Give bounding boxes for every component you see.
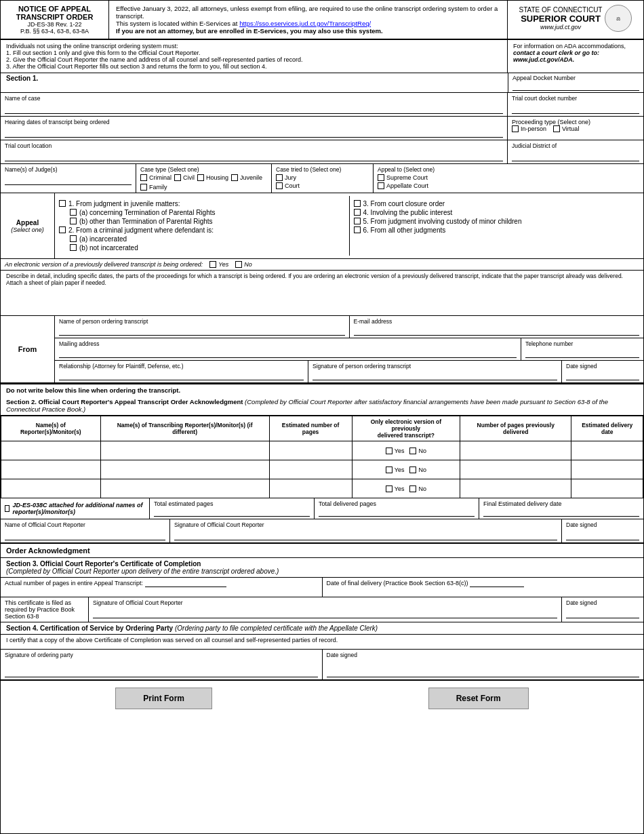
cert-date-input[interactable] [566,608,639,618]
court-tried-checkbox[interactable] [276,182,283,189]
electronic-yes-option[interactable]: Yes [209,261,228,268]
row3-yes-cb[interactable] [386,485,393,492]
inperson-label: In-person [521,125,546,132]
total-estimated-input[interactable] [154,507,310,517]
row1-no-opt[interactable]: No [409,448,426,454]
jury-checkbox[interactable] [276,174,283,181]
trial-location-input[interactable] [5,151,503,161]
appeal-opt2a-checkbox[interactable] [70,235,77,242]
electronic-yes-checkbox[interactable] [209,261,216,268]
row3-no-opt[interactable]: No [409,485,426,492]
row2-reporter[interactable] [1,460,101,479]
appeal-opt5-checkbox[interactable] [354,218,361,224]
appeal-opt3-checkbox[interactable] [354,200,361,207]
row1-yes-cb[interactable] [386,448,393,454]
row3-yes-opt[interactable]: Yes [386,485,405,492]
final-date-input[interactable] [483,507,639,517]
virtual-checkbox[interactable] [553,125,560,132]
from-address-input[interactable] [59,349,517,358]
additional-names-checkbox[interactable] [5,505,9,512]
from-date-input[interactable] [566,371,639,380]
virtual-option[interactable]: Virtual [553,125,579,132]
jury-option[interactable]: Jury [276,174,369,181]
from-signature-input[interactable] [313,371,557,380]
reporter-sig-input[interactable] [174,530,557,540]
reset-button[interactable]: Reset Form [428,688,529,709]
row2-transcribing[interactable] [100,460,269,479]
row3-reporter[interactable] [1,479,101,498]
appeal-opt2-row: 2. From a criminal judgment where defend… [59,226,345,234]
from-name-input[interactable] [59,326,345,336]
row1-pages[interactable] [269,441,352,460]
family-checkbox[interactable] [140,184,147,191]
supreme-checkbox[interactable] [378,174,384,181]
row1-yes-opt[interactable]: Yes [386,448,405,454]
appeal-opt1a-checkbox[interactable] [70,209,77,216]
appeal-opt1-checkbox[interactable] [59,200,66,207]
juvenile-option[interactable]: Juvenile [231,174,262,181]
row3-no-cb[interactable] [409,485,416,492]
form-title: NOTICE OF APPEAL TRANSCRIPT ORDER [6,5,103,21]
row2-delivery[interactable] [571,460,643,479]
court-tried-option[interactable]: Court [276,182,369,189]
from-phone-input[interactable] [525,349,639,358]
criminal-checkbox[interactable] [140,174,147,181]
reporter-name-input[interactable] [5,530,165,540]
judge-names-input[interactable] [5,174,132,185]
row3-prev-pages[interactable] [460,479,571,498]
reporter-date-input[interactable] [566,530,639,540]
housing-checkbox[interactable] [197,174,204,181]
row1-reporter[interactable] [1,441,101,460]
from-relationship-input[interactable] [59,371,304,380]
court-label: SUPERIOR COURT [519,14,603,24]
hearing-dates-input[interactable] [5,127,503,138]
appellate-option[interactable]: Appellate Court [378,182,639,189]
cert-sig-input[interactable] [93,608,557,618]
name-of-case-input[interactable] [5,103,503,114]
transcript-link[interactable]: https://sso.eservices.jud.ct.gov/Transcr… [239,20,371,27]
row2-prev-pages[interactable] [460,460,571,479]
judicial-district-input[interactable] [512,151,639,161]
row2-yes-cb[interactable] [386,466,393,473]
row2-no-cb[interactable] [409,466,416,473]
appeal-opt6-checkbox[interactable] [354,226,361,233]
delivery-date-input[interactable] [470,580,524,587]
sig-input[interactable] [5,660,318,677]
row2-yes-opt[interactable]: Yes [386,466,405,473]
trial-docket-input[interactable] [512,103,639,114]
appeal-opt1b-checkbox[interactable] [70,218,77,224]
row2-no-opt[interactable]: No [409,466,426,473]
from-relationship-label: Relationship (Attorney for Plaintiff, De… [59,363,304,370]
inperson-checkbox[interactable] [512,125,519,132]
row2-pages[interactable] [269,460,352,479]
appellate-checkbox[interactable] [378,182,384,189]
row1-no-cb[interactable] [409,448,416,454]
electronic-no-option[interactable]: No [235,261,252,268]
row3-transcribing[interactable] [100,479,269,498]
total-delivered-input[interactable] [319,507,475,517]
family-option[interactable]: Family [140,184,167,191]
row3-pages[interactable] [269,479,352,498]
appeal-opt2-checkbox[interactable] [59,226,66,233]
row1-prev-pages[interactable] [460,441,571,460]
row1-delivery[interactable] [571,441,643,460]
date-input[interactable] [327,660,640,677]
appeal-opt4-checkbox[interactable] [354,209,361,216]
from-email-input[interactable] [354,326,640,336]
describe-input[interactable] [6,286,638,313]
housing-option[interactable]: Housing [197,174,228,181]
row1-transcribing[interactable] [100,441,269,460]
print-button[interactable]: Print Form [115,688,212,709]
civil-checkbox[interactable] [174,174,181,181]
pages-input[interactable] [145,580,226,587]
juvenile-checkbox[interactable] [231,174,238,181]
electronic-no-checkbox[interactable] [235,261,242,268]
appeal-opt2b-checkbox[interactable] [70,244,77,251]
appeal-to-label: Appeal to (Select one) [378,166,639,173]
judicial-district-label: Judicial District of [512,142,639,149]
criminal-option[interactable]: Criminal [140,174,172,181]
civil-option[interactable]: Civil [174,174,195,181]
supreme-option[interactable]: Supreme Court [378,174,639,181]
inperson-option[interactable]: In-person [512,125,546,132]
row3-delivery[interactable] [571,479,643,498]
